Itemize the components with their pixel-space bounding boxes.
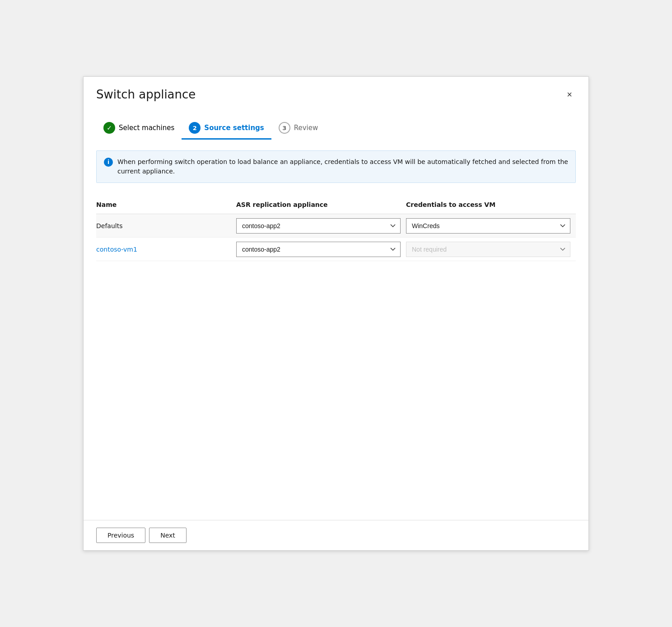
- step-3-circle: 3: [279, 122, 290, 134]
- step-2-label: Source settings: [204, 124, 264, 132]
- info-icon: i: [104, 158, 113, 167]
- col-header-asr: ASR replication appliance: [236, 199, 406, 210]
- col-header-credentials: Credentials to access VM: [406, 199, 576, 210]
- checkmark-icon: [107, 124, 112, 131]
- step-3-label: Review: [294, 124, 318, 132]
- row-vm1-credentials-dropdown: Not required: [406, 242, 576, 257]
- previous-button[interactable]: Previous: [96, 528, 145, 543]
- step-1-circle: [103, 122, 115, 134]
- switch-appliance-dialog: Switch appliance × Select machines 2 Sou…: [83, 76, 589, 551]
- dialog-body: Select machines 2 Source settings 3 Revi…: [84, 108, 588, 520]
- step-source-settings[interactable]: 2 Source settings: [182, 117, 271, 140]
- table-row-defaults: Defaults contoso-app2 WinCreds: [96, 214, 576, 238]
- col-header-name: Name: [96, 199, 236, 210]
- step-3-number: 3: [282, 125, 286, 131]
- table-section: Name ASR replication appliance Credentia…: [96, 196, 576, 520]
- step-2-number: 2: [193, 125, 197, 131]
- next-button[interactable]: Next: [149, 528, 187, 543]
- row-defaults-credentials-dropdown: WinCreds: [406, 218, 576, 234]
- row-vm1-asr-dropdown: contoso-app2: [236, 242, 406, 257]
- info-banner: i When performing switch operation to lo…: [96, 150, 576, 183]
- dialog-footer: Previous Next: [84, 520, 588, 550]
- asr-appliance-select-defaults[interactable]: contoso-app2: [236, 218, 401, 234]
- row-defaults-name: Defaults: [96, 222, 236, 229]
- credentials-select-vm1: Not required: [406, 242, 570, 257]
- table-row-vm1: contoso-vm1 contoso-app2 Not required: [96, 238, 576, 261]
- asr-appliance-select-vm1[interactable]: contoso-app2: [236, 242, 401, 257]
- step-select-machines[interactable]: Select machines: [96, 117, 182, 140]
- row-defaults-asr-dropdown: contoso-app2: [236, 218, 406, 234]
- table-header: Name ASR replication appliance Credentia…: [96, 196, 576, 214]
- step-review[interactable]: 3 Review: [271, 117, 326, 140]
- step-1-label: Select machines: [119, 124, 174, 132]
- dialog-title: Switch appliance: [96, 88, 196, 101]
- info-text: When performing switch operation to load…: [117, 157, 568, 176]
- row-vm1-name: contoso-vm1: [96, 246, 236, 253]
- credentials-select-defaults[interactable]: WinCreds: [406, 218, 570, 234]
- dialog-header: Switch appliance ×: [84, 77, 588, 108]
- step-2-circle: 2: [189, 122, 201, 134]
- stepper: Select machines 2 Source settings 3 Revi…: [96, 117, 576, 140]
- close-button[interactable]: ×: [563, 88, 576, 101]
